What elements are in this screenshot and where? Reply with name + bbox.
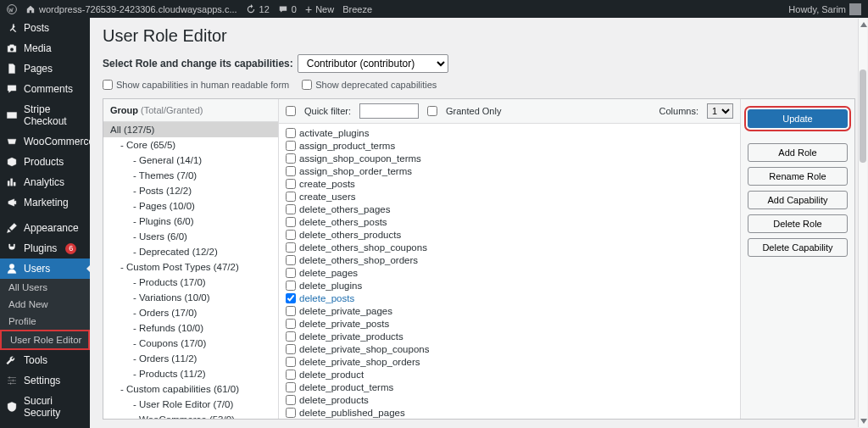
group-row[interactable]: - Custom Post Types (47/2): [103, 259, 278, 275]
group-row[interactable]: - Coupons (17/0): [103, 336, 278, 351]
wp-logo[interactable]: [7, 4, 17, 14]
group-row[interactable]: - Custom capabilities (61/0): [103, 381, 278, 397]
show-human-readable[interactable]: Show capabilities in human readable form: [103, 80, 289, 90]
sidebar-item-users[interactable]: Users: [0, 258, 90, 279]
capability-delete_product[interactable]: delete_product: [286, 368, 733, 381]
group-row[interactable]: - Products (11/2): [103, 366, 278, 381]
megaphone-icon: [6, 197, 18, 208]
capability-delete_others_products[interactable]: delete_others_products: [286, 228, 733, 241]
group-row[interactable]: - Deprecated (12/2): [103, 244, 278, 259]
capability-delete_others_posts[interactable]: delete_others_posts: [286, 215, 733, 228]
chart-icon: [6, 176, 18, 188]
group-row[interactable]: - General (14/1): [103, 153, 278, 168]
granted-only-check[interactable]: [427, 106, 437, 116]
submenu-all-users[interactable]: All Users: [0, 279, 90, 296]
sidebar-item-sucuri-security[interactable]: Sucuri Security: [0, 391, 90, 423]
sidebar-item-plugins[interactable]: Plugins6: [0, 238, 90, 258]
capability-delete_private_products[interactable]: delete_private_products: [286, 330, 733, 342]
pin-icon: [6, 22, 18, 34]
breeze-menu[interactable]: Breeze: [342, 4, 372, 14]
group-row[interactable]: - Products (17/0): [103, 275, 278, 290]
page-scrollbar[interactable]: [858, 19, 867, 427]
capability-delete_product_terms[interactable]: delete_product_terms: [286, 381, 733, 393]
main-content: User Role Editor Select Role and change …: [90, 18, 868, 428]
delete-role-button[interactable]: Delete Role: [748, 214, 848, 233]
card-icon: [6, 109, 18, 121]
group-row[interactable]: All (127/5): [103, 122, 278, 137]
groups-header: Group (Total/Granted): [103, 99, 278, 122]
site-home[interactable]: wordpress-726539-2423306.cloudwaysapps.c…: [25, 4, 237, 14]
sidebar-item-media[interactable]: Media: [0, 38, 90, 58]
camera-icon: [6, 42, 18, 54]
rename-role-button[interactable]: Rename Role: [748, 167, 848, 186]
capability-activate_plugins[interactable]: activate_plugins: [286, 126, 733, 139]
comments-count[interactable]: 0: [278, 4, 297, 14]
actions-panel: Update Add Role Rename Role Add Capabili…: [740, 99, 854, 419]
my-account[interactable]: Howdy, Sarim: [788, 3, 861, 15]
capabilities-panel: Quick filter: Granted Only Columns: 1 ac…: [279, 99, 740, 419]
capability-delete_plugins[interactable]: delete_plugins: [286, 279, 733, 292]
columns-select[interactable]: 1: [707, 103, 733, 119]
updates-count[interactable]: 12: [246, 4, 270, 14]
new-content[interactable]: +New: [305, 3, 334, 16]
capability-create_users[interactable]: create_users: [286, 190, 733, 203]
capability-create_posts[interactable]: create_posts: [286, 177, 733, 190]
role-select[interactable]: Contributor (contributor): [298, 54, 448, 73]
capability-delete_others_shop_coupons[interactable]: delete_others_shop_coupons: [286, 241, 733, 253]
group-row[interactable]: - Refunds (10/0): [103, 320, 278, 336]
capability-delete_private_shop_coupons[interactable]: delete_private_shop_coupons: [286, 342, 733, 355]
group-row[interactable]: - Users (6/0): [103, 229, 278, 244]
caps-list: activate_pluginsassign_product_termsassi…: [279, 124, 740, 419]
capability-delete_others_shop_orders[interactable]: delete_others_shop_orders: [286, 253, 733, 266]
group-row[interactable]: - Core (65/5): [103, 137, 278, 153]
capability-delete_published_pages[interactable]: delete_published_pages: [286, 406, 733, 419]
capability-delete_pages[interactable]: delete_pages: [286, 266, 733, 279]
submenu-user-role-editor[interactable]: User Role Editor: [0, 330, 90, 350]
sidebar-item-products[interactable]: Products: [0, 152, 90, 172]
group-row[interactable]: - Plugins (6/0): [103, 214, 278, 229]
sidebar-item-settings[interactable]: Settings: [0, 370, 90, 391]
group-row[interactable]: - User Role Editor (7/0): [103, 397, 278, 412]
groups-list: All (127/5)- Core (65/5)- General (14/1)…: [103, 122, 278, 419]
group-row[interactable]: - Themes (7/0): [103, 168, 278, 183]
sidebar-item-marketing[interactable]: Marketing: [0, 192, 90, 213]
sidebar-item-posts[interactable]: Posts: [0, 18, 90, 38]
delete-capability-button[interactable]: Delete Capability: [748, 238, 848, 257]
show-deprecated[interactable]: Show deprecated capabilities: [302, 80, 437, 90]
capability-assign_shop_coupon_terms[interactable]: assign_shop_coupon_terms: [286, 152, 733, 164]
sidebar-item-woocommerce[interactable]: WooCommerce: [0, 131, 90, 152]
group-row[interactable]: - Orders (17/0): [103, 305, 278, 320]
group-row[interactable]: - WooCommerce (53/0): [103, 412, 278, 419]
quick-filter-input[interactable]: [359, 103, 419, 119]
capability-delete_private_pages[interactable]: delete_private_pages: [286, 304, 733, 317]
sidebar-item-appearance[interactable]: Appearance: [0, 218, 90, 238]
capability-delete_others_pages[interactable]: delete_others_pages: [286, 203, 733, 215]
add-capability-button[interactable]: Add Capability: [748, 191, 848, 209]
submenu-profile[interactable]: Profile: [0, 313, 90, 330]
page-title: User Role Editor: [103, 26, 855, 46]
avatar: [849, 3, 861, 15]
capability-assign_shop_order_terms[interactable]: assign_shop_order_terms: [286, 164, 733, 177]
sidebar-item-pages[interactable]: Pages: [0, 58, 90, 79]
plug-icon: [6, 242, 18, 254]
capability-delete_posts[interactable]: delete_posts: [286, 292, 733, 304]
submenu-add-new[interactable]: Add New: [0, 296, 90, 313]
group-row[interactable]: - Posts (12/2): [103, 183, 278, 198]
sidebar-item-comments[interactable]: Comments: [0, 79, 90, 99]
capability-assign_product_terms[interactable]: assign_product_terms: [286, 139, 733, 152]
group-row[interactable]: - Pages (10/0): [103, 198, 278, 214]
capability-delete_private_posts[interactable]: delete_private_posts: [286, 317, 733, 330]
select-all-caps[interactable]: [286, 106, 296, 116]
comment-icon: [6, 83, 18, 95]
capability-delete_private_shop_orders[interactable]: delete_private_shop_orders: [286, 355, 733, 368]
shield-icon: [6, 401, 18, 413]
capability-delete_products[interactable]: delete_products: [286, 393, 733, 406]
update-button[interactable]: Update: [748, 109, 848, 128]
sidebar-item-stripe-checkout[interactable]: Stripe Checkout: [0, 99, 90, 131]
add-role-button[interactable]: Add Role: [748, 143, 848, 162]
sidebar-item-tools[interactable]: Tools: [0, 350, 90, 370]
group-row[interactable]: - Variations (10/0): [103, 290, 278, 305]
group-row[interactable]: - Orders (11/2): [103, 351, 278, 366]
sidebar-item-analytics[interactable]: Analytics: [0, 172, 90, 192]
admin-bar: wordpress-726539-2423306.cloudwaysapps.c…: [0, 0, 868, 18]
